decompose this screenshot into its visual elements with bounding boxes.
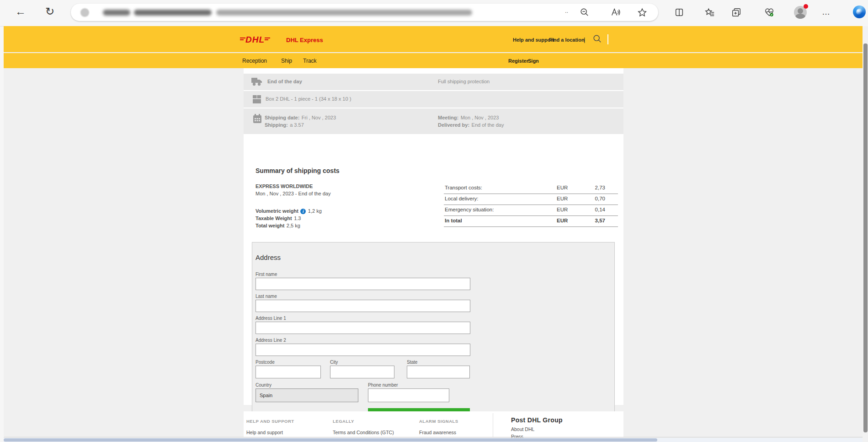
state-input[interactable] (407, 366, 470, 378)
screen: ← ↻ .. (0, 0, 868, 442)
cost-label: Emergency situation: (445, 207, 494, 212)
city-label: City (330, 360, 338, 365)
shipping-date-value: Fri , Nov , 2023 (302, 115, 336, 120)
nav-item-ship[interactable]: Ship (281, 58, 292, 64)
taxable-weight-value: 1.3 (294, 216, 301, 221)
cost-currency: EUR (557, 196, 568, 201)
address-form-title: Address (256, 253, 281, 261)
country-label: Country (256, 383, 272, 388)
shipping-label: Shipping: (265, 122, 288, 128)
state-label: State (407, 360, 417, 365)
read-aloud-icon[interactable] (610, 7, 620, 17)
address-line2-input[interactable] (256, 344, 470, 356)
back-icon[interactable]: ← (15, 6, 26, 17)
site-info-icon[interactable] (80, 8, 89, 17)
horizontal-scrollbar-thumb[interactable] (4, 438, 657, 442)
footer-heading-help: HELP AND SUPPORT (246, 419, 294, 424)
address-line1-label: Address Line 1 (256, 316, 286, 321)
logo-stripe-left (240, 37, 245, 41)
footer-divider (493, 413, 493, 437)
service-date: Mon , Nov , 2023 - End of the day (256, 191, 330, 196)
volumetric-weight-label: Volumetric weight (256, 208, 298, 214)
header-link-location[interactable]: Find a location (549, 37, 585, 43)
cost-amount: 2,73 (595, 185, 605, 190)
cost-label: Local delivery: (445, 196, 479, 201)
shipment-row-delivery: End of the day Full shipping protection (244, 74, 623, 90)
nav-item-reception[interactable]: Reception (242, 58, 267, 64)
shipping-date-label: Shipping date: (265, 115, 299, 120)
summary-title: Summary of shipping costs (256, 167, 340, 174)
total-label: In total (445, 218, 462, 223)
vertical-scrollbar-thumb[interactable] (863, 43, 868, 432)
split-screen-icon[interactable] (674, 7, 684, 17)
meeting-label: Meeting: (438, 115, 458, 120)
total-weight-label: Total weight (256, 223, 284, 228)
search-icon[interactable] (592, 34, 602, 44)
vertical-scrollbar[interactable] (863, 26, 868, 442)
footer-link-terms[interactable]: Terms and Conditions (GTC) (333, 430, 394, 435)
cost-label: Transport costs: (445, 185, 482, 190)
header-divider: | (584, 36, 585, 43)
total-currency: EUR (557, 218, 568, 223)
horizontal-scrollbar[interactable] (4, 438, 863, 442)
settings-more-icon[interactable]: … (822, 7, 831, 17)
content-column: End of the day Full shipping protection … (244, 68, 623, 405)
protection-option: Full shipping protection (438, 79, 490, 84)
meeting-value: Mon , Nov , 2023 (461, 115, 499, 120)
cost-amount: 0,70 (595, 196, 605, 201)
info-icon[interactable]: i (300, 209, 306, 214)
total-amount: 3,57 (595, 218, 605, 223)
collections-icon[interactable] (731, 7, 741, 17)
last-name-input[interactable] (256, 300, 470, 312)
postcode-input[interactable] (256, 366, 321, 378)
footer-heading-alarm: ALARM SIGNALS (419, 419, 458, 424)
last-name-label: Last name (256, 294, 277, 299)
package-icon (252, 94, 262, 106)
postcode-label: Postcode (256, 360, 275, 365)
footer-link-fraud[interactable]: Fraud awareness (419, 430, 456, 435)
url-truncation: .. (565, 7, 568, 14)
cost-row-local-delivery: Local delivery: EUR 0,70 (444, 194, 618, 205)
phone-label: Phone number (368, 383, 398, 388)
shipment-row-dates: Shipping date: Fri , Nov , 2023 Shipping… (244, 108, 623, 134)
zoom-out-icon[interactable] (580, 7, 590, 17)
footer-link-help[interactable]: Help and support (246, 430, 283, 435)
shipping-value: a 3.57 (290, 122, 304, 128)
logo-stripe-right (265, 37, 270, 41)
footer-link-about[interactable]: About DHL (511, 426, 534, 432)
dhl-logo[interactable]: DHL (240, 35, 270, 44)
nav-item-sign[interactable]: Sign (528, 58, 539, 64)
footer: HELP AND SUPPORT Help and support LEGALL… (244, 411, 623, 437)
footer-heading-legal: LEGALLY (333, 419, 354, 424)
volumetric-weight-value: 1,2 kg (308, 208, 322, 214)
nav-item-track[interactable]: Track (303, 58, 317, 64)
address-line2-label: Address Line 2 (256, 338, 286, 343)
header-link-help[interactable]: Help and support (513, 37, 554, 43)
header-white-divider (607, 34, 608, 44)
address-line1-input[interactable] (256, 322, 470, 334)
web-page: DHL DHL Express Help and support Find a … (4, 26, 863, 438)
address-bar[interactable]: .. (71, 4, 658, 21)
total-weight-value: 2,5 kg (287, 223, 300, 228)
package-description: Box 2 DHL - 1 piece - 1 (34 x 18 x 10 ) (266, 96, 351, 102)
nav-item-register[interactable]: Register (508, 58, 528, 64)
page-bottom-border (4, 437, 863, 437)
browser-toolbar: ← ↻ .. (0, 0, 868, 27)
first-name-input[interactable] (256, 278, 470, 290)
url-text-blurred (216, 10, 472, 16)
browser-essentials-icon[interactable] (764, 7, 774, 17)
url-text-blurred (134, 10, 212, 16)
truck-icon (251, 77, 263, 88)
cost-row-total: In total EUR 3,57 (444, 216, 618, 227)
first-name-label: First name (256, 272, 277, 277)
service-name: EXPRESS WORLDWIDE (256, 183, 313, 189)
city-input[interactable] (330, 366, 394, 378)
refresh-icon[interactable]: ↻ (45, 6, 54, 17)
shipment-row-package: Box 2 DHL - 1 piece - 1 (34 x 18 x 10 ) (244, 91, 623, 108)
favorite-star-icon[interactable] (637, 7, 647, 17)
favorites-bar-icon[interactable] (705, 7, 715, 17)
phone-input[interactable] (368, 388, 449, 402)
cost-currency: EUR (557, 207, 568, 212)
address-form: Address First name Last name Address Lin… (252, 242, 615, 424)
copilot-icon[interactable] (853, 5, 866, 18)
